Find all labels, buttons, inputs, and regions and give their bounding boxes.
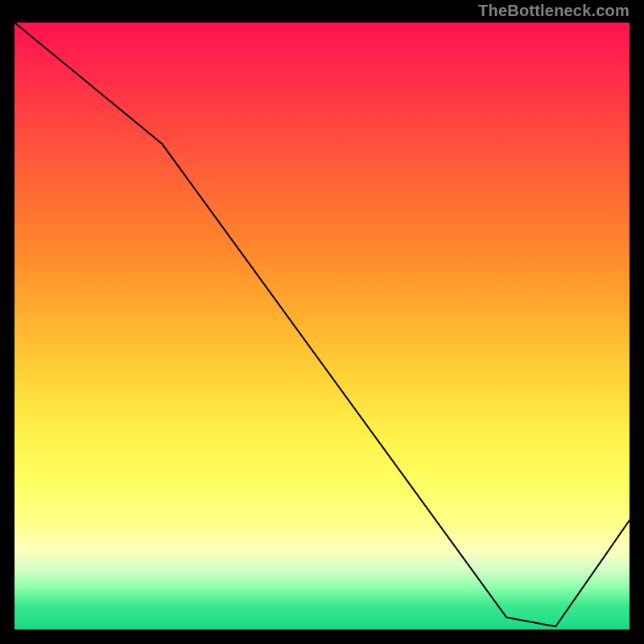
- watermark-text: TheBottleneck.com: [478, 2, 630, 20]
- chart-container: TheBottleneck.com: [0, 0, 644, 644]
- plot-area: [14, 23, 630, 630]
- data-line: [14, 23, 630, 626]
- line-chart-svg: [14, 23, 630, 630]
